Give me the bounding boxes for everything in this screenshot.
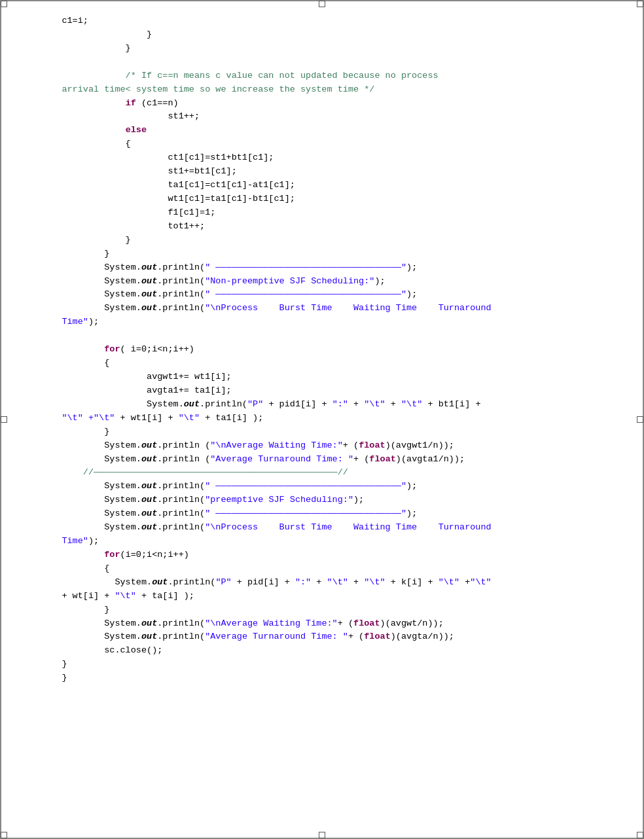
resize-handle-tm[interactable]: [319, 1, 325, 7]
resize-handle-bm[interactable]: [319, 832, 325, 838]
resize-handle-mr[interactable]: [637, 416, 643, 423]
resize-handle-bl[interactable]: [1, 832, 7, 838]
resize-handle-ml[interactable]: [1, 416, 7, 423]
resize-handle-tl[interactable]: [1, 1, 7, 7]
code-content: c1=i; } } /* If c==n means c value can n…: [1, 1, 643, 711]
editor-window: c1=i; } } /* If c==n means c value can n…: [0, 0, 644, 839]
resize-handle-tr[interactable]: [637, 1, 643, 7]
resize-handle-br[interactable]: [637, 832, 643, 838]
